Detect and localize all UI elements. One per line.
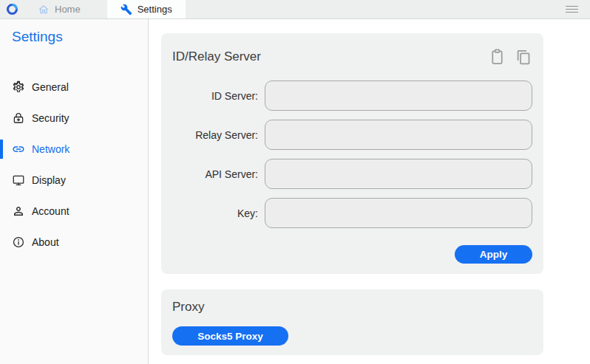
- copy-icon[interactable]: [515, 48, 532, 66]
- sidebar-item-label: Security: [32, 112, 69, 124]
- relay-server-input[interactable]: [265, 120, 532, 150]
- home-icon: [38, 4, 50, 16]
- sidebar-item-label: Network: [32, 143, 69, 155]
- rustdesk-logo-icon: [6, 3, 18, 16]
- network-settings-pane: ID/Relay Server: [149, 19, 590, 364]
- sidebar-item-display[interactable]: Display: [0, 165, 148, 196]
- gear-icon: [12, 80, 25, 94]
- link-icon: [12, 142, 25, 156]
- sidebar-item-label: Account: [32, 205, 69, 217]
- card-title: ID/Relay Server: [172, 49, 261, 64]
- relay-server-row: Relay Server:: [172, 120, 532, 150]
- api-server-input[interactable]: [265, 159, 532, 189]
- sidebar-item-general[interactable]: General: [0, 72, 148, 103]
- sidebar-item-label: General: [32, 81, 69, 93]
- tab-home-label: Home: [55, 4, 81, 15]
- api-server-row: API Server:: [172, 159, 532, 189]
- sidebar-item-network[interactable]: Network: [0, 134, 148, 165]
- tab-settings-label: Settings: [138, 4, 172, 15]
- rustdesk-window: Home Settings Settings: [0, 0, 590, 364]
- person-icon: [12, 205, 25, 218]
- id-server-input[interactable]: [265, 80, 532, 111]
- sidebar-nav: General Security: [0, 72, 148, 258]
- sidebar-item-account[interactable]: Account: [0, 196, 148, 227]
- hamburger-menu-icon[interactable]: [566, 6, 578, 13]
- sidebar-item-about[interactable]: About: [0, 227, 148, 258]
- proxy-card-title: Proxy: [172, 300, 532, 315]
- socks5-proxy-button[interactable]: Socks5 Proxy: [172, 326, 288, 346]
- tab-bar: Home Settings: [0, 0, 590, 19]
- monitor-icon: [12, 174, 25, 187]
- settings-sidebar: Settings General: [0, 19, 149, 364]
- key-label: Key:: [172, 207, 265, 219]
- sidebar-title: Settings: [12, 29, 148, 45]
- sidebar-item-security[interactable]: Security: [0, 103, 148, 134]
- info-icon: [12, 236, 25, 249]
- api-server-label: API Server:: [172, 168, 265, 180]
- lock-icon: [12, 111, 25, 125]
- id-server-label: ID Server:: [172, 90, 265, 102]
- sidebar-item-label: Display: [32, 174, 66, 186]
- proxy-card: Proxy Socks5 Proxy: [161, 289, 543, 355]
- tab-settings[interactable]: Settings: [107, 0, 186, 18]
- clipboard-paste-icon[interactable]: [489, 48, 506, 66]
- key-row: Key:: [172, 198, 532, 228]
- sidebar-item-label: About: [32, 236, 59, 248]
- apply-button[interactable]: Apply: [455, 245, 532, 264]
- key-input[interactable]: [265, 198, 532, 228]
- wrench-icon: [121, 4, 132, 16]
- app-logo: [6, 0, 18, 18]
- id-server-row: ID Server:: [172, 80, 532, 111]
- tab-home[interactable]: Home: [27, 0, 91, 18]
- id-relay-server-card: ID/Relay Server: [161, 33, 543, 274]
- relay-server-label: Relay Server:: [172, 129, 265, 141]
